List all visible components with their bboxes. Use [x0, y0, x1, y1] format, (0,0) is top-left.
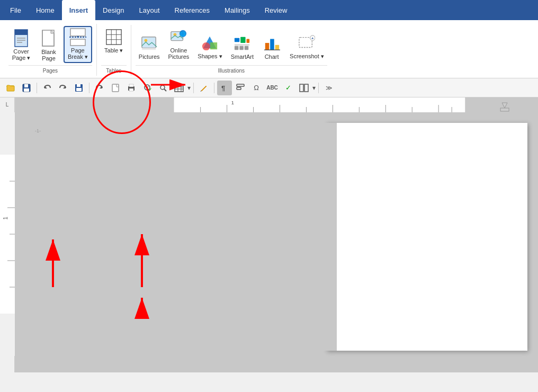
ribbon: Cover Page ▾ Blank Page: [0, 20, 538, 78]
border-dropdown[interactable]: ▾: [312, 84, 316, 92]
more-button[interactable]: ≫: [321, 81, 336, 95]
svg-rect-51: [129, 88, 133, 91]
svg-text:1: 1: [231, 100, 235, 105]
menu-file[interactable]: File: [3, 0, 29, 20]
svg-rect-52: [129, 84, 133, 87]
svg-rect-86: [500, 108, 509, 111]
page-number-indicator: -1-: [35, 128, 41, 133]
svg-rect-1: [15, 30, 28, 35]
insert-table-button[interactable]: [172, 81, 186, 95]
border-button[interactable]: [297, 81, 311, 95]
page-break-button[interactable]: Page Break ▾: [64, 26, 92, 63]
spell-check-button[interactable]: ✓ ✓: [140, 81, 155, 95]
svg-rect-8: [70, 39, 85, 46]
cover-page-button[interactable]: Cover Page ▾: [8, 28, 34, 63]
menu-design[interactable]: Design: [95, 0, 131, 20]
svg-rect-17: [142, 48, 156, 50]
save2-button[interactable]: [71, 81, 86, 95]
cover-page-icon: [13, 30, 30, 47]
svg-point-56: [160, 85, 165, 90]
svg-rect-30: [240, 46, 244, 50]
document-page[interactable]: [326, 123, 527, 351]
toolbar-sep4: [214, 83, 214, 93]
document-area: 1 -1-: [0, 112, 538, 372]
svg-rect-72: [174, 97, 465, 112]
redo2-button[interactable]: [92, 81, 107, 95]
svg-rect-31: [245, 46, 249, 50]
horizontal-ruler: 1: [15, 97, 538, 112]
menu-mailings[interactable]: Mailings: [217, 0, 257, 20]
page-break-icon: [69, 29, 86, 46]
blank-page-icon: [40, 30, 57, 47]
new-document-button[interactable]: [108, 81, 123, 95]
check-button[interactable]: ✓: [281, 81, 295, 95]
pictures-button[interactable]: Pictures: [136, 33, 163, 61]
menu-home[interactable]: Home: [29, 0, 62, 20]
svg-rect-70: [15, 97, 174, 112]
menu-references[interactable]: References: [167, 0, 217, 20]
paragraph-button[interactable]: ¶: [217, 81, 232, 95]
wrap-text-button[interactable]: [233, 81, 248, 95]
svg-rect-10: [106, 30, 121, 44]
find-button[interactable]: [156, 81, 171, 95]
special-char-button[interactable]: Ω: [249, 81, 264, 95]
ruler-corner[interactable]: L: [0, 97, 15, 112]
undo-button[interactable]: [40, 81, 55, 95]
shapes-icon: [201, 34, 218, 51]
online-pictures-button[interactable]: 🌐 Online Pictures: [165, 27, 193, 61]
ribbon-group-pages: Cover Page ▾ Blank Page: [4, 24, 97, 76]
svg-rect-42: [24, 88, 29, 92]
svg-rect-15: [142, 37, 156, 48]
svg-rect-65: [237, 84, 244, 86]
redo-button[interactable]: [56, 81, 70, 95]
svg-text:🌐: 🌐: [180, 31, 186, 37]
shapes-button[interactable]: Shapes ▾: [194, 33, 225, 61]
illustrations-group-label: Illustrations: [136, 65, 327, 74]
table-button[interactable]: Table ▾: [101, 27, 127, 56]
open-folder-button[interactable]: [3, 81, 18, 95]
chart-button[interactable]: Chart: [259, 33, 284, 61]
svg-text:+: +: [312, 36, 315, 41]
menu-insert[interactable]: Insert: [62, 0, 95, 20]
svg-text:1: 1: [3, 217, 8, 220]
svg-rect-34: [275, 45, 280, 50]
ribbon-group-illustrations: Pictures 🌐 Online Pictures: [131, 25, 331, 76]
svg-rect-32: [265, 43, 270, 50]
menu-layout[interactable]: Layout: [132, 0, 167, 20]
online-pictures-icon: 🌐: [170, 29, 187, 46]
toolbar-sep2: [89, 83, 89, 93]
screenshot-icon: +: [298, 34, 315, 51]
screenshot-button[interactable]: + Screenshot ▾: [286, 33, 327, 61]
smartart-icon: [234, 35, 250, 52]
svg-rect-23: [210, 42, 217, 49]
draw-button[interactable]: [196, 81, 211, 95]
svg-rect-29: [235, 46, 239, 50]
ruler-corner-label: L: [6, 102, 9, 108]
print-button[interactable]: [124, 81, 139, 95]
smartart-button[interactable]: SmartArt: [228, 33, 257, 61]
pictures-icon: [141, 35, 158, 52]
save-button[interactable]: [19, 81, 34, 95]
menu-bar: File Home Insert Design Layout Reference…: [0, 0, 538, 20]
svg-line-57: [164, 89, 166, 91]
tables-group-label: Tables: [101, 65, 127, 74]
ribbon-group-tables: Table ▾ Tables: [97, 25, 131, 76]
toolbar-sep3: [193, 83, 194, 93]
toolbar-dropdown[interactable]: ▾: [187, 84, 191, 92]
svg-point-24: [202, 42, 210, 50]
chart-icon: [263, 35, 280, 52]
document-canvas: -1-: [15, 112, 538, 372]
svg-rect-58: [175, 84, 183, 92]
left-doc-area: -1-: [30, 123, 337, 351]
svg-text:✓: ✓: [148, 87, 152, 92]
svg-rect-66: [237, 87, 241, 90]
svg-rect-41: [24, 84, 28, 87]
svg-rect-33: [270, 39, 274, 50]
svg-rect-25: [235, 38, 239, 42]
toolbar-sep5: [318, 83, 319, 93]
menu-review[interactable]: Review: [257, 0, 295, 20]
blank-page-button[interactable]: Blank Page: [36, 29, 61, 63]
svg-rect-49: [112, 84, 119, 92]
abc-button[interactable]: ABC: [265, 81, 280, 95]
toolbar-sep1: [37, 83, 37, 93]
